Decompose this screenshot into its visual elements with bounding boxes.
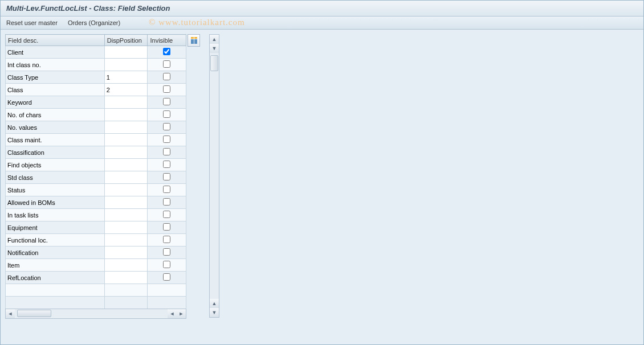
scroll-left-button[interactable]: ◄ bbox=[6, 309, 15, 318]
scroll-up-alt-button[interactable]: ▼ bbox=[210, 44, 219, 53]
disp-position-input[interactable] bbox=[105, 234, 148, 246]
field-desc-cell[interactable]: Notification bbox=[6, 247, 105, 259]
invisible-checkbox[interactable] bbox=[163, 223, 170, 231]
field-desc-cell[interactable]: Functional loc. bbox=[6, 234, 105, 247]
invisible-checkbox[interactable] bbox=[163, 273, 170, 281]
disp-position-input[interactable] bbox=[105, 71, 148, 83]
field-desc-cell[interactable]: Class maint. bbox=[6, 134, 105, 146]
field-desc-cell[interactable]: Client bbox=[6, 46, 105, 59]
horizontal-scrollbar[interactable]: ◄ ◄ ► bbox=[5, 309, 186, 319]
invisible-checkbox[interactable] bbox=[163, 261, 170, 268]
scroll-track-vertical[interactable] bbox=[210, 53, 219, 299]
invisible-cell bbox=[148, 109, 186, 121]
disp-position-cell bbox=[104, 196, 148, 209]
invisible-checkbox[interactable] bbox=[163, 85, 170, 93]
disp-position-cell bbox=[104, 272, 148, 284]
table-row: Status bbox=[6, 184, 186, 196]
table-row: No. values bbox=[6, 121, 186, 134]
disp-position-input[interactable] bbox=[105, 259, 148, 271]
disp-position-input[interactable] bbox=[105, 146, 148, 158]
field-desc-cell[interactable]: In task lists bbox=[6, 209, 105, 221]
scroll-right-button[interactable]: ► bbox=[177, 309, 186, 318]
disp-position-input[interactable] bbox=[105, 96, 148, 108]
field-desc-cell[interactable]: Status bbox=[6, 184, 105, 196]
field-desc-cell[interactable]: Item bbox=[6, 259, 105, 272]
invisible-checkbox[interactable] bbox=[163, 236, 170, 243]
scroll-thumb-vertical[interactable] bbox=[210, 55, 218, 71]
field-desc-cell[interactable]: Find objects bbox=[6, 159, 105, 171]
invisible-checkbox[interactable] bbox=[163, 161, 170, 168]
disp-position-input[interactable] bbox=[105, 121, 148, 133]
disp-position-cell bbox=[104, 96, 148, 109]
disp-position-input[interactable] bbox=[105, 184, 148, 196]
field-desc-cell[interactable]: Std class bbox=[6, 171, 105, 184]
invisible-checkbox[interactable] bbox=[163, 73, 170, 80]
disp-position-input[interactable] bbox=[105, 209, 148, 221]
invisible-checkbox[interactable] bbox=[163, 148, 170, 155]
field-desc-cell[interactable]: RefLocation bbox=[6, 272, 105, 284]
invisible-checkbox[interactable] bbox=[163, 173, 170, 180]
col-header-field-desc[interactable]: Field desc. bbox=[6, 35, 105, 46]
disp-position-input[interactable] bbox=[105, 247, 148, 258]
disp-position-input[interactable] bbox=[105, 159, 148, 171]
disp-position-cell bbox=[104, 59, 148, 71]
scroll-down-alt-button[interactable]: ▲ bbox=[210, 299, 219, 308]
table-row: Allowed in BOMs bbox=[6, 196, 186, 209]
field-desc-cell[interactable]: Class Type bbox=[6, 71, 105, 84]
field-desc-cell[interactable]: Class bbox=[6, 84, 105, 96]
reset-user-master-button[interactable]: Reset user master bbox=[6, 19, 58, 26]
disp-position-input[interactable] bbox=[105, 109, 148, 121]
invisible-checkbox[interactable] bbox=[163, 98, 170, 105]
invisible-checkbox[interactable] bbox=[163, 123, 170, 130]
col-header-invisible[interactable]: Invisible bbox=[148, 35, 186, 46]
disp-position-input[interactable] bbox=[105, 59, 148, 71]
invisible-cell bbox=[148, 221, 186, 234]
table-row: Classification bbox=[6, 146, 186, 159]
col-header-disp-position[interactable]: DispPosition bbox=[104, 35, 148, 46]
field-desc-cell[interactable]: Equipment bbox=[6, 221, 105, 234]
field-desc-cell[interactable]: No. of chars bbox=[6, 109, 105, 121]
field-desc-cell[interactable]: Classification bbox=[6, 146, 105, 159]
watermark-text: © www.tutorialkart.com bbox=[149, 18, 245, 27]
disp-position-input[interactable] bbox=[105, 46, 148, 58]
scroll-track-horizontal[interactable] bbox=[15, 309, 168, 318]
invisible-checkbox[interactable] bbox=[163, 48, 170, 55]
scroll-down-button[interactable]: ▼ bbox=[210, 308, 219, 317]
invisible-cell bbox=[148, 121, 186, 134]
table-row: Class maint. bbox=[6, 134, 186, 146]
invisible-checkbox[interactable] bbox=[163, 186, 170, 193]
field-desc-cell[interactable]: Int class no. bbox=[6, 59, 105, 71]
disp-position-input[interactable] bbox=[105, 221, 148, 233]
disp-position-input[interactable] bbox=[105, 84, 148, 96]
field-desc-cell[interactable]: No. values bbox=[6, 121, 105, 134]
table-row: Item bbox=[6, 259, 186, 272]
table-row: Class bbox=[6, 84, 186, 96]
table-row: Find objects bbox=[6, 159, 186, 171]
toolbar: Reset user master Orders (Organizer) © w… bbox=[1, 17, 643, 30]
invisible-cell bbox=[148, 184, 186, 196]
scroll-thumb-horizontal[interactable] bbox=[17, 310, 51, 317]
vertical-scrollbar[interactable]: ▲ ▼ ▲ ▼ bbox=[209, 34, 219, 318]
invisible-checkbox[interactable] bbox=[163, 60, 170, 68]
invisible-cell bbox=[148, 46, 186, 59]
table-row: Notification bbox=[6, 247, 186, 259]
empty-cell bbox=[148, 297, 186, 309]
invisible-checkbox[interactable] bbox=[163, 135, 170, 143]
field-desc-cell[interactable]: Allowed in BOMs bbox=[6, 196, 105, 209]
table-settings-button[interactable] bbox=[188, 34, 200, 47]
invisible-checkbox[interactable] bbox=[163, 110, 170, 118]
disp-position-cell bbox=[104, 209, 148, 221]
invisible-checkbox[interactable] bbox=[163, 248, 170, 256]
disp-position-input[interactable] bbox=[105, 196, 148, 208]
disp-position-input[interactable] bbox=[105, 171, 148, 183]
scroll-left-inner-button[interactable]: ◄ bbox=[168, 309, 177, 318]
scroll-up-button[interactable]: ▲ bbox=[210, 35, 219, 44]
invisible-cell bbox=[148, 209, 186, 221]
disp-position-input[interactable] bbox=[105, 134, 148, 146]
invisible-checkbox[interactable] bbox=[163, 211, 170, 218]
invisible-checkbox[interactable] bbox=[163, 198, 170, 206]
field-desc-cell[interactable]: Keyword bbox=[6, 96, 105, 109]
orders-organizer-button[interactable]: Orders (Organizer) bbox=[68, 19, 120, 26]
disp-position-input[interactable] bbox=[105, 272, 148, 284]
table-settings-icon bbox=[191, 37, 197, 44]
